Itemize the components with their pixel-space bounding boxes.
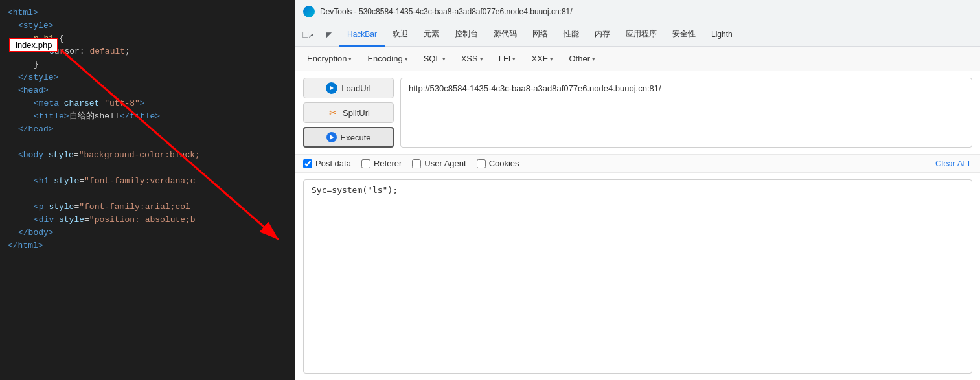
tab-lighthouse[interactable]: Lighth: [703, 23, 740, 47]
menu-xxe-label: XXE: [531, 54, 548, 63]
post-data-input[interactable]: [303, 179, 972, 374]
devtools-panel: DevTools - 530c8584-1435-4c3c-baa8-a3ad8…: [295, 0, 980, 380]
devtools-tab-bar: □↗ ◤ HackBar 欢迎 元素 控制台 源代码 网络 性能 内存 应用程序…: [295, 23, 980, 47]
code-line: <body style = "background-color:black;: [0, 149, 295, 162]
devtools-title: DevTools - 530c8584-1435-4c3c-baa8-a3ad8…: [320, 7, 573, 16]
menu-other-label: Other: [569, 54, 590, 63]
referer-checkbox[interactable]: [361, 159, 370, 168]
edge-icon: [303, 6, 315, 17]
menu-sql[interactable]: SQL ▾: [417, 51, 452, 66]
sql-dropdown-icon: ▾: [442, 56, 446, 62]
load-url-icon: [326, 82, 337, 94]
menu-xss-label: XSS: [461, 54, 478, 63]
hackbar-content: LoadUrl ✂ SplitUrl Execute: [295, 71, 980, 380]
url-row: LoadUrl ✂ SplitUrl Execute: [295, 71, 980, 155]
tab-performance[interactable]: 性能: [556, 23, 587, 47]
tab-security[interactable]: 安全性: [665, 23, 703, 47]
code-line: [0, 188, 295, 201]
other-dropdown-icon: ▾: [592, 56, 595, 62]
device-icon[interactable]: ◤: [319, 23, 339, 47]
execute-icon: [326, 132, 337, 142]
code-line: <p style = "font-family:arial;col: [0, 201, 295, 214]
code-line: [0, 162, 295, 175]
file-label: index.php: [9, 38, 58, 52]
split-url-label: SplitUrl: [343, 108, 370, 118]
post-data-label: Post data: [315, 159, 351, 168]
post-data-area: [295, 173, 980, 380]
menu-sql-label: SQL: [424, 54, 440, 63]
code-line: <title> 自给的shell </title>: [0, 110, 295, 123]
code-line: </body>: [0, 227, 295, 240]
menu-xxe[interactable]: XXE ▾: [525, 51, 560, 66]
code-line: <style>: [0, 19, 295, 32]
code-line: }: [0, 58, 295, 71]
clear-all-button[interactable]: Clear ALL: [935, 159, 972, 168]
user-agent-checkbox-label[interactable]: User Agent: [412, 159, 466, 168]
execute-button[interactable]: Execute: [303, 127, 394, 148]
encryption-dropdown-icon: ▾: [348, 56, 352, 62]
hackbar-menu: Encryption ▾ Encoding ▾ SQL ▾ XSS ▾ LFI …: [295, 47, 980, 71]
code-line: <h1 style = "font-family:verdana;c: [0, 175, 295, 188]
inspect-icon[interactable]: □↗: [298, 23, 319, 47]
load-url-label: LoadUrl: [341, 84, 371, 93]
cookies-label: Cookies: [489, 159, 519, 168]
code-line: <meta charset = "utf-8" >: [0, 97, 295, 110]
post-data-checkbox-label[interactable]: Post data: [303, 159, 351, 168]
xxe-dropdown-icon: ▾: [550, 56, 553, 62]
split-url-button[interactable]: ✂ SplitUrl: [303, 102, 394, 123]
split-url-icon: ✂: [327, 107, 339, 118]
tab-welcome[interactable]: 欢迎: [385, 23, 416, 47]
menu-encoding-label: Encoding: [367, 54, 402, 63]
tab-sources[interactable]: 源代码: [486, 23, 525, 47]
code-line: [0, 136, 295, 149]
referer-checkbox-label[interactable]: Referer: [361, 159, 402, 168]
encoding-dropdown-icon: ▾: [405, 56, 408, 62]
cookies-checkbox-label[interactable]: Cookies: [477, 159, 519, 168]
user-agent-checkbox[interactable]: [412, 159, 421, 168]
tab-network[interactable]: 网络: [525, 23, 556, 47]
lfi-dropdown-icon: ▾: [512, 56, 516, 62]
devtools-titlebar: DevTools - 530c8584-1435-4c3c-baa8-a3ad8…: [295, 0, 980, 23]
execute-label: Execute: [341, 133, 371, 142]
menu-xss[interactable]: XSS ▾: [455, 51, 490, 66]
cookies-checkbox[interactable]: [477, 159, 486, 168]
code-line: <div style = "position: absolute;b: [0, 214, 295, 227]
code-line: </style>: [0, 71, 295, 84]
user-agent-label: User Agent: [424, 159, 466, 168]
code-line: </head>: [0, 123, 295, 136]
tab-hackbar[interactable]: HackBar: [339, 23, 385, 47]
hackbar-area: Encryption ▾ Encoding ▾ SQL ▾ XSS ▾ LFI …: [295, 47, 980, 380]
tab-elements[interactable]: 元素: [416, 23, 447, 47]
post-data-checkbox[interactable]: [303, 159, 312, 168]
menu-encryption-label: Encryption: [307, 54, 347, 63]
referer-label: Referer: [374, 159, 402, 168]
menu-other[interactable]: Other ▾: [562, 51, 602, 66]
code-line: <html>: [0, 6, 295, 19]
tab-application[interactable]: 应用程序: [618, 23, 665, 47]
load-url-button[interactable]: LoadUrl: [303, 78, 394, 98]
url-buttons: LoadUrl ✂ SplitUrl Execute: [303, 78, 394, 148]
url-input[interactable]: [400, 78, 972, 148]
code-line: </html>: [0, 240, 295, 252]
menu-lfi[interactable]: LFI ▾: [492, 51, 523, 66]
menu-encoding[interactable]: Encoding ▾: [361, 51, 414, 66]
code-line: <head>: [0, 84, 295, 97]
code-panel: <html> index.php <style> p,h1 { cursor: …: [0, 0, 295, 380]
options-row: Post data Referer User Agent Cookies Cle…: [295, 155, 980, 173]
xss-dropdown-icon: ▾: [480, 56, 483, 62]
menu-encryption[interactable]: Encryption ▾: [301, 51, 358, 66]
tab-console[interactable]: 控制台: [447, 23, 486, 47]
tab-memory[interactable]: 内存: [587, 23, 618, 47]
menu-lfi-label: LFI: [499, 54, 511, 63]
